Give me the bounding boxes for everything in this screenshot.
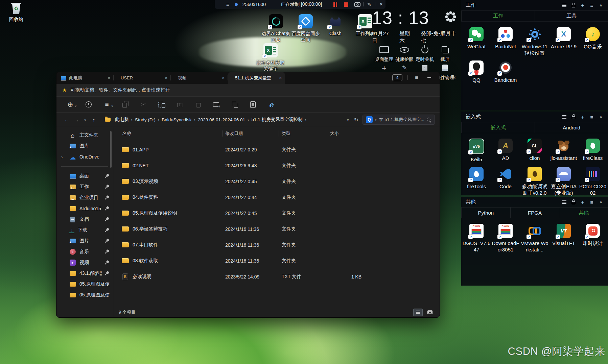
file-row[interactable]: 05.原理图及使用说明 2024/1/27 0:45 文件夹: [113, 205, 440, 221]
column-name[interactable]: 名称: [113, 130, 222, 137]
stop-button[interactable]: [342, 1, 350, 7]
toolbar-button[interactable]: [226, 99, 244, 110]
add-icon[interactable]: [580, 199, 585, 205]
breadcrumb-item[interactable]: BaiduSyncdisk: [161, 117, 192, 122]
toolbar-button[interactable]: [244, 99, 262, 110]
menu-icon[interactable]: [589, 199, 594, 205]
app-shortcut[interactable]: 嘉立创EDA(专业版): [549, 167, 578, 196]
tab-close-icon[interactable]: [278, 75, 283, 80]
toolbar-button[interactable]: [171, 99, 189, 110]
breadcrumb-item[interactable]: Study (D:): [134, 117, 156, 122]
file-row[interactable]: 07.串口软件 2024/1/16 11:36 文件夹: [113, 237, 440, 253]
toolbar-button[interactable]: [116, 99, 134, 110]
draw-pencil-button[interactable]: [366, 1, 373, 7]
app-shortcut[interactable]: Keil5: [462, 139, 491, 163]
file-row[interactable]: 08.软件获取 2024/1/16 11:36 文件夹: [113, 253, 440, 269]
panel-tab[interactable]: Python: [461, 208, 510, 218]
sidebar-item[interactable]: 图片: [56, 236, 113, 246]
tab-close-icon[interactable]: [220, 75, 226, 80]
desktop-shortcut[interactable]: 边界AIChat桌面版: [261, 14, 291, 43]
thumbnail-view-button[interactable]: [425, 309, 434, 316]
recording-toolbar[interactable]: 2560x1600 正在录制 [00:00:00]: [215, 0, 385, 9]
app-shortcut[interactable]: fireTools: [462, 167, 491, 196]
expand-chevron-icon[interactable]: [61, 154, 65, 160]
collapse-chevron-icon[interactable]: [598, 3, 604, 8]
up-icon[interactable]: ↑: [89, 117, 99, 123]
explorer-tab[interactable]: 此电脑: [56, 72, 114, 84]
app-shortcut[interactable]: 即时设计: [578, 224, 607, 253]
sidebar-item[interactable]: 企业项目: [56, 192, 113, 203]
explorer-tab[interactable]: 51.1.机房变风量空: [228, 72, 285, 84]
window-menu-icon[interactable]: [413, 74, 420, 81]
add-icon[interactable]: [580, 3, 585, 8]
panel-tab[interactable]: 嵌入式: [461, 122, 535, 133]
close-button[interactable]: [450, 74, 458, 81]
lock-icon[interactable]: [571, 114, 576, 120]
sidebar-item[interactable]: 43.1.酿酒监测: [56, 268, 113, 279]
breadcrumb-item[interactable]: 2023.06.01-2024.06.01: [197, 117, 246, 122]
sidebar-item[interactable]: 文档: [56, 214, 113, 225]
file-row[interactable]: 01.APP 2024/1/27 0:29 文件夹: [113, 142, 440, 157]
panel-tab[interactable]: 其他: [559, 208, 608, 218]
sidebar-item[interactable]: 音乐: [56, 246, 113, 257]
sidebar-item[interactable]: 05.原理图及使用: [56, 279, 113, 290]
app-shortcut[interactable]: AD: [491, 139, 520, 163]
panel-tab[interactable]: 工具: [535, 11, 608, 21]
sidebar-item[interactable]: 工作: [56, 181, 113, 192]
toolbar-button[interactable]: [262, 99, 280, 110]
toolbar-button[interactable]: [189, 99, 207, 110]
app-shortcut[interactable]: jlc-assistant: [549, 139, 578, 163]
app-shortcut[interactable]: Code: [491, 167, 520, 196]
file-row[interactable]: 02.NET 2024/1/26 9:43 文件夹: [113, 157, 440, 173]
column-date[interactable]: 修改日期: [223, 130, 279, 137]
sidebar-item[interactable]: 图库: [56, 141, 113, 151]
column-size[interactable]: 大小: [327, 130, 368, 137]
toolbar-button[interactable]: [98, 99, 116, 110]
file-row[interactable]: 必读说明 2023/5/22 14:09 TXT 文件 1 KB: [113, 269, 440, 285]
clock-widget[interactable]: 13 : 13 01月27日 星期六 癸卯•兔•腊月十七: [372, 7, 459, 44]
app-shortcut[interactable]: VMware Workstati...: [520, 224, 549, 253]
details-view-button[interactable]: [413, 309, 423, 316]
sidebar-item[interactable]: 桌面: [56, 171, 113, 181]
menu-icon[interactable]: [589, 3, 594, 8]
panel-tab[interactable]: 工作: [461, 11, 535, 21]
desktop-shortcut[interactable]: Clash: [321, 14, 350, 43]
quick-tool[interactable]: 健康护眼: [394, 45, 415, 63]
toolbar-button[interactable]: [79, 99, 98, 110]
tab-close-icon[interactable]: [106, 75, 112, 80]
app-shortcut[interactable]: BaiduNet: [491, 27, 520, 56]
maximize-button[interactable]: [438, 74, 445, 81]
app-shortcut[interactable]: DownLoadFor8051: [491, 224, 520, 253]
app-shortcut[interactable]: 多功能调试助手v0.2.0: [520, 167, 549, 196]
back-icon[interactable]: ←: [62, 117, 72, 123]
app-shortcut[interactable]: WeChat: [462, 27, 491, 56]
file-row[interactable]: 04.硬件资料 2024/1/27 0:44 文件夹: [113, 189, 440, 205]
pin-icon[interactable]: [235, 3, 238, 6]
sidebar-scrollbar[interactable]: [110, 131, 112, 168]
forward-icon[interactable]: →: [72, 117, 81, 123]
search-dropdown-icon[interactable]: ∨: [375, 118, 377, 121]
file-row[interactable]: 06.毕设答辩技巧 2024/1/16 11:36 文件夹: [113, 221, 440, 237]
menu-icon[interactable]: [226, 2, 229, 7]
app-shortcut[interactable]: DGUS_V7.647: [462, 224, 491, 253]
search-engine-icon[interactable]: Q: [366, 116, 373, 123]
tab-close-icon[interactable]: [163, 75, 169, 80]
app-shortcut[interactable]: PCtoLCD2002: [578, 167, 607, 196]
explorer-tab[interactable]: USER: [114, 72, 171, 84]
sidebar-item[interactable]: 主文件夹: [56, 130, 113, 141]
toolbar-button[interactable]: [207, 99, 226, 110]
refresh-icon[interactable]: [354, 117, 358, 123]
tab-count-badge[interactable]: 4: [392, 74, 402, 81]
list-view-icon[interactable]: [562, 114, 567, 120]
toolbar-button[interactable]: [134, 99, 153, 110]
breadcrumb-item[interactable]: 此电脑: [114, 117, 130, 123]
close-recorder-button[interactable]: [377, 1, 385, 7]
app-shortcut[interactable]: clion: [520, 139, 549, 163]
minimize-button[interactable]: [425, 74, 433, 81]
sidebar-item[interactable]: 视频: [56, 257, 113, 268]
list-view-icon[interactable]: [562, 199, 567, 205]
breadcrumb[interactable]: 此电脑 Study (D:) BaiduSyncdisk 202: [101, 115, 343, 125]
quick-tool[interactable]: 截屏: [435, 45, 455, 63]
history-chevron-icon[interactable]: ∨: [81, 118, 89, 122]
address-dropdown-icon[interactable]: ∨: [347, 118, 349, 122]
